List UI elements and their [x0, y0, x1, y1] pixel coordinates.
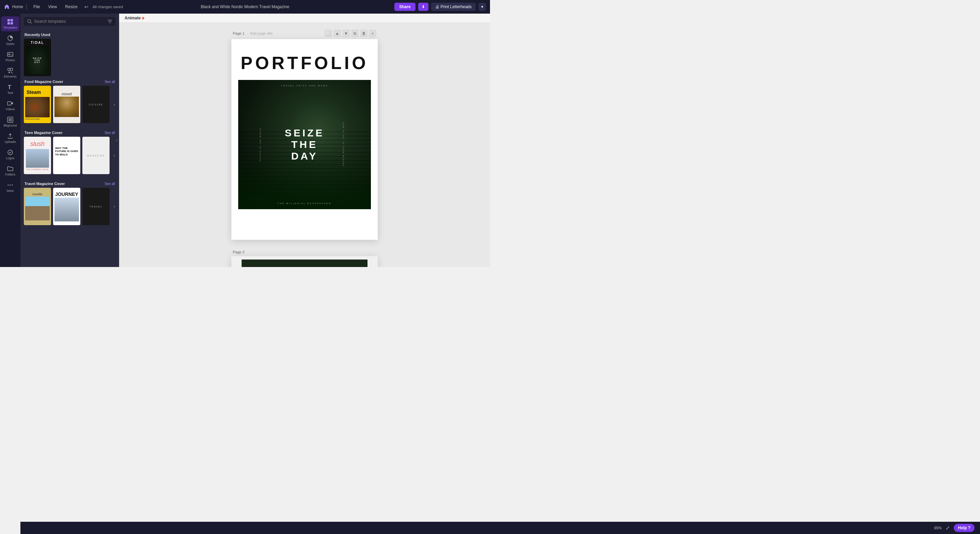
svg-point-14: [8, 185, 9, 186]
download-button[interactable]: ⬇: [418, 3, 428, 11]
page-1-wrapper: Page 1 - Add page title ⬜ ▲ ▼ ⧉ 🗑 +: [231, 30, 378, 240]
sidebar-item-uploads[interactable]: Uploads: [1, 130, 19, 146]
travel-section-header: Travel Magazine Cover See all: [21, 178, 119, 188]
topbar-nav: Home | File View Resize ↩ All changes sa…: [4, 3, 395, 11]
animate-button[interactable]: Animate: [124, 16, 144, 21]
food-template-mixed[interactable]: mixed: [53, 86, 80, 123]
svg-point-15: [10, 185, 11, 186]
search-input[interactable]: [34, 19, 105, 24]
page-delete-button[interactable]: 🗑: [360, 30, 368, 37]
sidebar-item-folders[interactable]: Folders: [1, 163, 19, 178]
teen-template-grid: slush THE SUMMER ISSUE WHY THE FUTURE IS…: [21, 137, 119, 174]
svg-rect-3: [11, 22, 13, 24]
topbar-right: Share ⬇ 🖨 Print Letterheads ▾: [395, 3, 486, 11]
sidebar-item-text[interactable]: T Text: [1, 82, 19, 97]
logos-icon: [7, 149, 14, 156]
side-text-left: PHOTOS OF THE WORLD: [259, 128, 261, 162]
slush-thumbnail-image: [26, 149, 49, 168]
mixed-thumbnail-image: [54, 97, 79, 117]
teen-template-why[interactable]: WHY THE FUTURE IS OURS TO MOLD: [53, 137, 80, 174]
teen-template-dark3[interactable]: MAGAZINE: [82, 137, 110, 174]
text-icon: T: [7, 84, 14, 91]
sidebar-item-background[interactable]: Bkground: [1, 114, 19, 129]
sidebar-item-elements[interactable]: Elements: [1, 65, 19, 80]
side-text-right: HOW TO GET UP FROM WANDER: [342, 122, 344, 167]
home-nav-item[interactable]: Home: [4, 4, 23, 10]
icon-sidebar: Templates Styles Photos El: [0, 14, 21, 267]
download-icon: ⬇: [422, 5, 425, 9]
print-expand-button[interactable]: ▾: [479, 3, 486, 11]
page-1-canvas[interactable]: PORTFOLIO TRAVEL TRIPS AND MORE SEIZE TH…: [231, 39, 378, 240]
travel-scroll-right[interactable]: ›: [111, 200, 118, 213]
view-menu[interactable]: View: [45, 3, 60, 11]
travel-section-title: Travel Magazine Cover: [24, 182, 65, 186]
pages-container: Page 1 - Add page title ⬜ ▲ ▼ ⧉ 🗑 +: [119, 23, 490, 267]
travel-template-journey[interactable]: JOURNEY: [53, 188, 80, 225]
undo-icon[interactable]: ↩: [84, 4, 89, 10]
photos-label: Photos: [5, 59, 15, 62]
svg-rect-0: [8, 19, 10, 21]
page-copy-button[interactable]: ⧉: [351, 30, 359, 37]
food-scroll-right[interactable]: ›: [111, 98, 118, 111]
styles-icon: [7, 35, 14, 41]
more-icon: [7, 182, 14, 188]
page-1-controls: ⬜ ▲ ▼ ⧉ 🗑 +: [325, 30, 376, 37]
page-2-canvas[interactable]: [231, 256, 378, 267]
animate-dot: [142, 17, 144, 19]
animate-label: Animate: [124, 16, 140, 21]
document-title: Black and White Nordic Modern Travel Mag…: [201, 5, 289, 9]
share-button[interactable]: Share: [395, 3, 415, 11]
home-label: Home: [12, 5, 23, 9]
print-icon: 🖨: [435, 5, 439, 9]
food-section-title: Food Magazine Cover: [24, 79, 63, 84]
page-frame-button[interactable]: ⬜: [325, 30, 332, 37]
svg-text:T: T: [8, 84, 11, 90]
travel-see-all[interactable]: See all: [105, 182, 115, 186]
sidebar-item-logos[interactable]: Logos: [1, 147, 19, 162]
svg-rect-2: [8, 22, 10, 24]
more-label: More: [7, 189, 14, 192]
print-button[interactable]: 🖨 Print Letterheads: [431, 3, 476, 11]
templates-icon: [7, 18, 14, 25]
uploads-icon: [7, 133, 14, 140]
travel-template-dark3[interactable]: TRAVEL: [82, 188, 110, 225]
travel-template-1[interactable]: travelle: [24, 188, 51, 225]
page-1-label: Page 1: [233, 31, 245, 35]
sidebar-item-more[interactable]: More: [1, 180, 19, 195]
recently-used-header: Recently Used: [21, 29, 119, 39]
photos-icon: [7, 51, 14, 58]
file-menu[interactable]: File: [30, 3, 43, 11]
hide-panel-button[interactable]: ‹: [114, 134, 119, 147]
svg-rect-10: [8, 102, 11, 105]
animate-bar: Animate: [119, 14, 490, 23]
recently-used-tidal[interactable]: TIDAL SEIZE THE DAY: [24, 39, 51, 76]
sidebar-item-styles[interactable]: Styles: [1, 33, 19, 48]
sidebar-item-videos[interactable]: Videos: [1, 98, 19, 113]
food-see-all[interactable]: See all: [105, 80, 115, 84]
teen-template-slush[interactable]: slush THE SUMMER ISSUE: [24, 137, 51, 174]
teen-section-header: Teen Magazine Cover See all: [21, 127, 119, 137]
elements-icon: [7, 67, 14, 74]
page-up-button[interactable]: ▲: [334, 30, 341, 37]
sidebar-item-photos[interactable]: Photos: [1, 49, 19, 64]
svg-point-16: [12, 185, 13, 186]
page-2-header: Page 2: [231, 250, 378, 254]
travel-subtitle-top: TRAVEL TRIPS AND MORE: [281, 85, 328, 87]
food-template-dark3[interactable]: CUISINE: [82, 86, 110, 123]
travel1-thumbnail-image: [25, 197, 50, 220]
teen-scroll-right[interactable]: ›: [111, 149, 118, 162]
filter-icon[interactable]: [108, 19, 112, 24]
page-add-button[interactable]: +: [369, 30, 376, 37]
elements-label: Elements: [4, 75, 17, 78]
sidebar-item-templates[interactable]: Templates: [1, 16, 19, 31]
travel-image-block[interactable]: TRAVEL TRIPS AND MORE SEIZE THE DAY PHOT…: [238, 80, 371, 209]
resize-menu[interactable]: Resize: [62, 3, 81, 11]
page-1-title-placeholder[interactable]: Add page title: [250, 31, 273, 35]
search-icon: [27, 19, 32, 24]
food-template-steam[interactable]: Steam FOOD MAGAZINE: [24, 86, 51, 123]
background-label: Bkground: [4, 124, 17, 127]
svg-rect-12: [8, 118, 12, 121]
background-icon: [7, 116, 14, 123]
page-down-button[interactable]: ▼: [342, 30, 350, 37]
portfolio-title: PORTFOLIO: [231, 39, 378, 80]
